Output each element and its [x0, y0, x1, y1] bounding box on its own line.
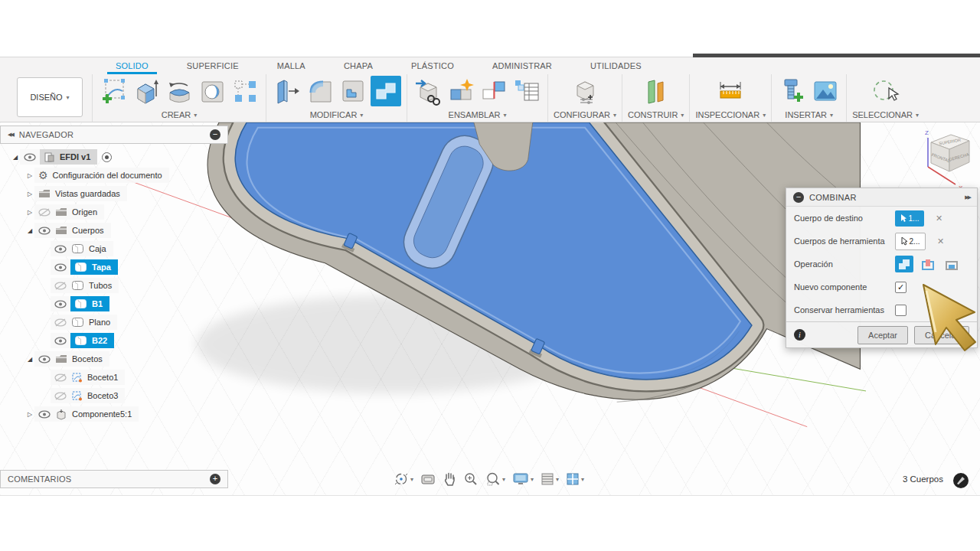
- tree-item-body-b1-selected[interactable]: B1: [0, 295, 228, 313]
- visibility-eye-icon[interactable]: [20, 149, 40, 165]
- group-label-ensamblar[interactable]: ENSAMBLAR ▾: [449, 108, 507, 119]
- visibility-eye-icon[interactable]: [38, 355, 51, 364]
- zoom-window-button[interactable]: ▾: [485, 471, 505, 487]
- target-body-selection-button[interactable]: 1...: [895, 210, 924, 227]
- visibility-eye-off-icon[interactable]: [54, 373, 67, 382]
- clear-selection-icon[interactable]: ✕: [936, 214, 942, 223]
- combine-dialog-header[interactable]: − COMBINAR ▶▶: [786, 188, 977, 207]
- extrude-button[interactable]: [131, 76, 162, 106]
- expand-arrow-icon[interactable]: ▷: [25, 411, 34, 418]
- tree-item-body-tapa-selected[interactable]: Tapa: [0, 258, 228, 276]
- collapse-dialog-button[interactable]: −: [793, 192, 804, 203]
- construct-plane-button[interactable]: [641, 76, 671, 106]
- hole-button[interactable]: [197, 76, 227, 106]
- cancel-button[interactable]: Cancelar: [914, 326, 969, 344]
- operation-intersect-button[interactable]: [942, 256, 961, 272]
- combine-button-active[interactable]: [371, 76, 401, 106]
- tab-chapa[interactable]: CHAPA: [325, 61, 392, 74]
- create-sketch-button[interactable]: [98, 76, 129, 106]
- group-label-seleccionar[interactable]: SELECCIONAR ▾: [852, 108, 919, 119]
- look-at-button[interactable]: [420, 473, 436, 485]
- pan-button[interactable]: [443, 471, 456, 487]
- visibility-eye-icon[interactable]: [38, 410, 51, 419]
- visibility-eye-off-icon[interactable]: [54, 282, 67, 290]
- revolve-button[interactable]: [164, 76, 194, 106]
- expand-dialog-icon[interactable]: ▶▶: [965, 194, 970, 201]
- grid-settings-button[interactable]: ▾: [541, 472, 559, 486]
- tree-item-document-settings[interactable]: ▷ ⚙ Configuración del documento: [0, 166, 228, 184]
- keep-tools-checkbox-unchecked[interactable]: [895, 305, 906, 316]
- expand-arrow-icon[interactable]: ◢: [25, 227, 34, 234]
- operation-cut-button[interactable]: [919, 256, 937, 272]
- visibility-eye-off-icon[interactable]: [54, 392, 67, 400]
- expand-arrow-icon[interactable]: ▷: [25, 191, 34, 197]
- clear-selection-icon[interactable]: ✕: [937, 236, 944, 246]
- visibility-eye-icon[interactable]: [51, 296, 70, 311]
- pattern-button[interactable]: [230, 76, 260, 106]
- zoom-button[interactable]: [463, 471, 479, 487]
- viewcube[interactable]: SUPERIOR FRONTAL DERECHA Z X: [922, 126, 978, 193]
- tree-item-body-plano[interactable]: Plano: [0, 313, 228, 331]
- collapse-panel-icon[interactable]: ◀◀: [8, 132, 13, 138]
- tool-bodies-selection-button[interactable]: 2...: [895, 233, 926, 250]
- visibility-eye-off-icon[interactable]: [38, 208, 51, 217]
- orbit-button[interactable]: ▾: [394, 471, 413, 487]
- joint-button[interactable]: [446, 76, 476, 106]
- fillet-button[interactable]: [305, 76, 335, 106]
- tree-item-bodies-folder[interactable]: ◢ Cuerpos: [0, 221, 228, 240]
- tree-item-body-tubos[interactable]: Tubos: [0, 276, 228, 295]
- expand-arrow-icon[interactable]: ▷: [25, 172, 34, 179]
- viewports-button[interactable]: ▾: [566, 472, 584, 486]
- minimize-panel-button[interactable]: −: [210, 129, 220, 140]
- tab-administrar[interactable]: ADMINISTRAR: [473, 61, 571, 74]
- tab-solido[interactable]: SOLIDO: [96, 61, 168, 74]
- info-icon[interactable]: i: [794, 329, 805, 341]
- group-label-inspeccionar[interactable]: INSPECCIONAR ▾: [695, 108, 766, 119]
- group-label-configurar[interactable]: CONFIGURAR ▾: [554, 108, 616, 119]
- tab-malla[interactable]: MALLA: [258, 61, 325, 74]
- expand-arrow-icon[interactable]: ▷: [25, 209, 34, 216]
- visibility-eye-icon[interactable]: [54, 245, 67, 253]
- feedback-badge-icon[interactable]: [952, 472, 969, 489]
- tree-item-origin[interactable]: ▷ Origen: [0, 203, 228, 221]
- tree-item-sketch-boceto3[interactable]: Boceto3: [0, 386, 228, 405]
- tree-item-sketches-folder[interactable]: ◢ Bocetos: [0, 350, 228, 368]
- sketch-icon: [71, 372, 83, 383]
- insert-canvas-button[interactable]: [810, 76, 841, 106]
- display-settings-button[interactable]: ▾: [512, 472, 534, 486]
- new-component-checkbox-checked[interactable]: ✓: [895, 282, 906, 293]
- add-comment-button[interactable]: +: [210, 474, 220, 484]
- joint-origin-button[interactable]: [479, 76, 509, 106]
- group-label-crear[interactable]: CREAR ▾: [162, 108, 198, 119]
- measure-button[interactable]: [715, 76, 746, 106]
- visibility-eye-icon[interactable]: [51, 259, 70, 275]
- expand-arrow-icon[interactable]: ◢: [11, 154, 20, 161]
- tree-item-body-b22-selected[interactable]: B22: [0, 331, 228, 350]
- visibility-eye-icon[interactable]: [51, 333, 70, 348]
- new-component-button[interactable]: [413, 76, 443, 106]
- select-button[interactable]: [871, 76, 901, 106]
- press-pull-button[interactable]: [272, 76, 302, 106]
- bom-table-button[interactable]: [511, 76, 542, 106]
- tree-item-sketch-boceto1[interactable]: Boceto1: [0, 368, 228, 386]
- accept-button[interactable]: Aceptar: [858, 326, 908, 344]
- design-menu-button[interactable]: DISEÑO ▾: [17, 77, 83, 117]
- group-label-construir[interactable]: CONSTRUIR ▾: [628, 108, 684, 119]
- configure-button[interactable]: [570, 76, 600, 106]
- group-label-insertar[interactable]: INSERTAR ▾: [785, 108, 833, 119]
- tab-utilidades[interactable]: UTILIDADES: [571, 61, 661, 74]
- visibility-eye-icon[interactable]: [38, 227, 51, 235]
- visibility-eye-off-icon[interactable]: [54, 318, 67, 327]
- tree-item-body-caja[interactable]: Caja: [0, 240, 228, 258]
- shell-button[interactable]: [338, 76, 368, 106]
- tree-item-document-root[interactable]: ◢ EFDI v1: [0, 148, 228, 166]
- insert-fastener-button[interactable]: [777, 76, 808, 106]
- tab-plastico[interactable]: PLÁSTICO: [392, 61, 473, 74]
- operation-join-button[interactable]: [895, 256, 913, 272]
- group-label-modificar[interactable]: MODIFICAR ▾: [310, 108, 364, 119]
- activate-component-radio[interactable]: [102, 152, 112, 162]
- tree-item-component5[interactable]: ▷ Componente5:1: [0, 405, 228, 423]
- tab-superficie[interactable]: SUPERFICIE: [168, 61, 258, 74]
- tree-item-saved-views[interactable]: ▷ Vistas guardadas: [0, 184, 228, 203]
- expand-arrow-icon[interactable]: ◢: [25, 356, 34, 363]
